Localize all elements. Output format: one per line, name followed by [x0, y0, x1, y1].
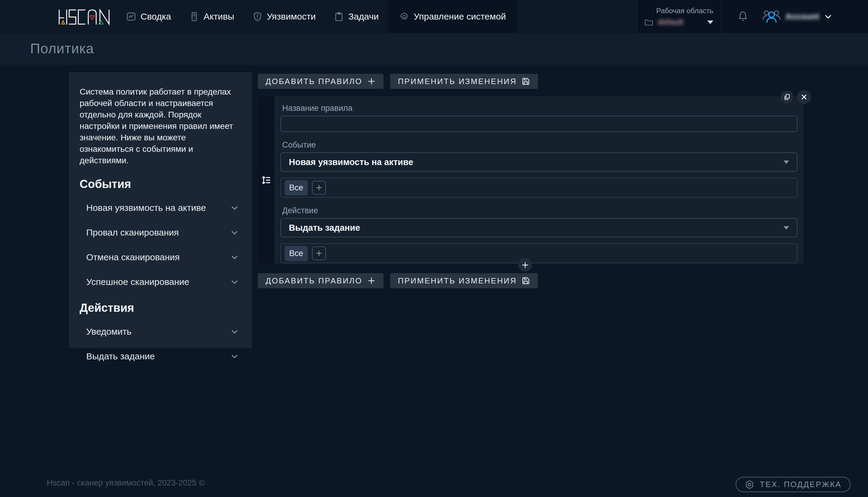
- add-rule-label: ДОБАВИТЬ ПРАВИЛО: [266, 276, 362, 286]
- chevron-down-icon: [230, 352, 239, 360]
- action-scope-chip-all[interactable]: Все: [285, 246, 308, 261]
- caret-down-icon: [707, 20, 713, 24]
- gear-icon: [399, 12, 410, 22]
- accordion-label: Успешное сканирование: [86, 277, 189, 287]
- tab-assets[interactable]: Активы: [180, 0, 243, 33]
- accordion-label: Уведомить: [86, 327, 132, 337]
- bell-icon: [737, 10, 748, 23]
- rules-toolbar-top: ДОБАВИТЬ ПРАВИЛО ПРИМЕНИТЬ ИЗМЕНЕНИЯ: [258, 74, 538, 89]
- apply-changes-label: ПРИМЕНИТЬ ИЗМЕНЕНИЯ: [398, 77, 517, 86]
- support-label: ТЕХ. ПОДДЕРЖКА: [760, 480, 841, 489]
- policy-info-panel: Система политик работает в пределах рабо…: [69, 72, 252, 348]
- chevron-down-icon: [230, 228, 239, 237]
- event-label: Событие: [282, 140, 797, 150]
- hscan-logo-icon: [57, 6, 112, 27]
- action-select-value: Выдать задание: [289, 223, 360, 233]
- copyright-text: Hscan - сканер уязвимостей, 2023-2025 ©: [47, 478, 205, 488]
- save-icon: [522, 77, 530, 86]
- plus-icon: [315, 184, 322, 191]
- apply-changes-button[interactable]: ПРИМЕНИТЬ ИЗМЕНЕНИЯ: [390, 74, 538, 89]
- accordion-item-scan-failed[interactable]: Провал сканирования: [80, 220, 240, 245]
- nav-tab-label: Задачи: [348, 12, 379, 22]
- clipboard-icon: [334, 12, 344, 22]
- add-rule-button[interactable]: ДОБАВИТЬ ПРАВИЛО: [258, 74, 384, 89]
- action-select[interactable]: Выдать задание: [280, 218, 797, 237]
- user-group-icon: [762, 9, 781, 24]
- accordion-label: Выдать задание: [86, 351, 155, 361]
- plus-icon: [521, 261, 529, 269]
- accordion-item-scan-success[interactable]: Успешное сканирование: [80, 270, 240, 294]
- action-label: Действие: [282, 206, 797, 215]
- rule-card: Название правила Событие Новая уязвимост…: [258, 96, 803, 264]
- nav-tab-label: Уязвимости: [267, 12, 316, 22]
- user-name: Account: [785, 12, 819, 22]
- apply-changes-label: ПРИМЕНИТЬ ИЗМЕНЕНИЯ: [398, 276, 517, 286]
- apply-changes-button-bottom[interactable]: ПРИМЕНИТЬ ИЗМЕНЕНИЯ: [390, 273, 538, 288]
- event-select[interactable]: Новая уязвимость на активе: [280, 153, 797, 172]
- plus-icon: [367, 77, 376, 86]
- tab-vulnerabilities[interactable]: Уязвимости: [243, 0, 325, 33]
- chevron-down-icon: [230, 253, 239, 261]
- workspace-label: Рабочая область: [656, 6, 713, 15]
- accordion-item-issue-task[interactable]: Выдать задание: [80, 344, 240, 369]
- chevron-down-icon: [824, 12, 832, 21]
- add-action-scope-button[interactable]: [312, 246, 326, 260]
- folder-icon: [644, 17, 653, 27]
- chart-icon: [126, 12, 136, 22]
- caret-down-icon: [784, 160, 789, 164]
- event-select-value: Новая уязвимость на активе: [289, 157, 413, 167]
- hex-nut-icon: [745, 480, 754, 489]
- close-icon: [800, 93, 808, 101]
- add-event-scope-button[interactable]: [312, 181, 326, 195]
- reorder-icon: [261, 175, 271, 185]
- navbar-right-section: Рабочая область default: [637, 0, 868, 33]
- plus-icon: [367, 276, 376, 285]
- actions-heading: Действия: [80, 301, 240, 314]
- chevron-down-icon: [230, 278, 239, 286]
- rule-reorder-handle[interactable]: [258, 96, 274, 264]
- workspace-value: default: [658, 17, 684, 27]
- event-scope-box: Все: [280, 178, 797, 198]
- support-button[interactable]: ТЕХ. ПОДДЕРЖКА: [736, 477, 851, 492]
- remove-rule-button[interactable]: [797, 90, 811, 104]
- plus-icon: [315, 250, 322, 257]
- accordion-item-notify[interactable]: Уведомить: [80, 319, 240, 344]
- page-title: Политика: [30, 40, 94, 57]
- duplicate-rule-button[interactable]: [781, 91, 793, 103]
- save-icon: [522, 276, 530, 285]
- page-header-band: Политика: [0, 33, 868, 65]
- rule-name-label: Название правила: [282, 104, 797, 113]
- rules-toolbar-bottom: ДОБАВИТЬ ПРАВИЛО ПРИМЕНИТЬ ИЗМЕНЕНИЯ: [258, 273, 538, 288]
- notifications-button[interactable]: [737, 10, 748, 23]
- tab-system-management[interactable]: Управление системой: [388, 0, 518, 33]
- user-menu[interactable]: Account: [762, 9, 832, 24]
- copy-icon: [783, 94, 790, 101]
- add-rule-label: ДОБАВИТЬ ПРАВИЛО: [266, 77, 362, 86]
- nav-tab-label: Сводка: [140, 12, 171, 22]
- event-scope-chip-all[interactable]: Все: [285, 180, 308, 196]
- accordion-label: Новая уязвимость на активе: [86, 203, 206, 213]
- accordion-item-new-vulnerability[interactable]: Новая уязвимость на активе: [80, 196, 240, 220]
- accordion-label: Провал сканирования: [86, 227, 179, 238]
- action-scope-box: Все: [280, 243, 797, 263]
- accordion-item-scan-cancelled[interactable]: Отмена сканирования: [80, 245, 240, 270]
- add-rule-button-bottom[interactable]: ДОБАВИТЬ ПРАВИЛО: [258, 273, 384, 288]
- events-heading: События: [80, 178, 240, 191]
- insert-rule-button[interactable]: [518, 258, 532, 272]
- nav-tab-label: Активы: [204, 12, 234, 22]
- chevron-down-icon: [230, 327, 239, 336]
- nav-tab-label: Управление системой: [414, 12, 506, 22]
- caret-down-icon: [784, 226, 789, 229]
- panel-description: Система политик работает в пределах рабо…: [80, 86, 240, 166]
- shield-exclamation-icon: [252, 12, 263, 22]
- rule-name-input[interactable]: [280, 116, 797, 132]
- workspace-selector[interactable]: Рабочая область default: [637, 0, 721, 33]
- top-navbar: Сводка Активы Уязвимости Задачи Управлен…: [0, 0, 868, 33]
- chevron-down-icon: [230, 204, 239, 212]
- rule-card-body: Название правила Событие Новая уязвимост…: [274, 96, 803, 264]
- main-nav: Сводка Активы Уязвимости Задачи Управлен…: [117, 0, 518, 33]
- tab-summary[interactable]: Сводка: [117, 0, 180, 33]
- hscan-logo[interactable]: [57, 6, 112, 27]
- server-icon: [189, 12, 199, 22]
- tab-tasks[interactable]: Задачи: [325, 0, 388, 33]
